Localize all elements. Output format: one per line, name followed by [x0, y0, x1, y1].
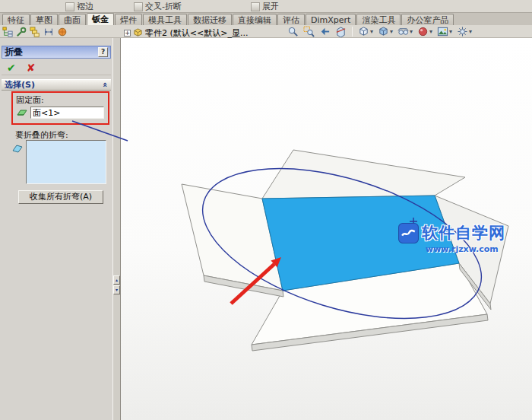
cancel-button[interactable]: ✘	[27, 62, 36, 74]
toolbar-strip-partial: 褶边 交叉-折断 展开	[0, 0, 532, 13]
panel-splitter[interactable]: ▴ ▾	[112, 38, 121, 420]
zoom-area-button[interactable]	[302, 25, 316, 38]
tab-surfaces[interactable]: 曲面	[59, 14, 86, 25]
view-settings-icon	[457, 26, 468, 37]
collect-all-bends-button[interactable]: 收集所有折弯(A)	[18, 190, 103, 204]
cross-break-button[interactable]: 交叉-折断	[134, 1, 182, 12]
hide-show-items-button[interactable]: ▾	[396, 25, 414, 38]
heads-up-view-toolbar: ▾ ▾ ▾ ▾ ▾ ▾	[286, 24, 473, 38]
watermark: 软件自学网 www.rjzxw.com	[398, 222, 531, 254]
watermark-title: 软件自学网	[422, 222, 505, 243]
dropdown-caret-icon[interactable]: ▾	[390, 28, 393, 35]
face-select-icon	[16, 107, 28, 119]
dimxpertmanager-icon	[43, 27, 54, 37]
bends-to-fold-label: 要折叠的折弯:	[15, 129, 68, 141]
left-panel-tabs	[2, 25, 68, 38]
featuremanager-tree-tab[interactable]	[2, 26, 14, 38]
fixed-face-input[interactable]	[30, 107, 104, 119]
fixed-face-label: 固定面:	[16, 94, 108, 106]
previous-view-button[interactable]	[318, 25, 332, 38]
bends-listbox[interactable]	[26, 140, 106, 184]
hem-label: 褶边	[77, 1, 93, 12]
part-icon	[133, 28, 143, 38]
zoom-fit-icon	[287, 26, 299, 37]
display-style-button[interactable]: ▾	[376, 25, 394, 38]
apply-scene-button[interactable]: ▾	[435, 25, 454, 38]
fixed-face-highlight-box: 固定面:	[11, 91, 109, 125]
propertymanager-actions: ✔ ✘	[2, 60, 111, 75]
zoom-area-icon	[303, 26, 315, 37]
dropdown-caret-icon[interactable]: ▾	[410, 28, 413, 35]
tab-weldments[interactable]: 焊件	[115, 14, 142, 25]
view-orientation-icon	[358, 26, 369, 37]
tab-sheet-metal[interactable]: 钣金	[87, 13, 114, 25]
edit-appearance-icon	[417, 26, 429, 37]
zoom-fit-button[interactable]	[286, 25, 300, 38]
unfold-icon	[251, 2, 260, 11]
display-style-icon	[378, 26, 389, 37]
previous-view-icon	[319, 26, 331, 37]
splitter-down-button[interactable]: ▾	[113, 285, 120, 294]
solidworks-window: 褶边 交叉-折断 展开 特征 草图 曲面 钣金 焊件 模具工具 数据迁移 直接编…	[0, 0, 532, 420]
selection-section-label: 选择(S)	[5, 79, 35, 91]
toolbar-separator	[352, 27, 353, 37]
tab-data-migration[interactable]: 数据迁移	[188, 14, 232, 25]
view-orientation-button[interactable]: ▾	[356, 25, 375, 38]
propertymanager-title: 折叠	[5, 46, 23, 59]
dropdown-caret-icon[interactable]: ▾	[370, 28, 373, 35]
watermark-row: 软件自学网	[398, 222, 531, 243]
tree-expand-icon[interactable]: +	[124, 30, 131, 37]
hem-icon	[65, 2, 74, 11]
configurationmanager-icon	[30, 27, 40, 37]
dropdown-caret-icon[interactable]: ▾	[469, 28, 472, 35]
displaymanager-tab[interactable]	[56, 26, 68, 38]
propertymanager-header: 折叠 ?	[2, 46, 111, 59]
unfold-button[interactable]: 展开	[251, 1, 279, 12]
dimxpertmanager-tab[interactable]	[43, 26, 55, 38]
help-button[interactable]: ?	[98, 47, 108, 57]
tab-sketch[interactable]: 草图	[30, 14, 58, 25]
propertymanager-panel: 折叠 ? ✔ ✘ 选择(S) « 固定面: 要折叠的折弯: 收集所有折弯(A)	[0, 38, 112, 420]
collapse-section-icon[interactable]: «	[100, 82, 110, 88]
fixed-face-row	[16, 107, 108, 119]
tab-office-products[interactable]: 办公室产品	[401, 14, 454, 25]
section-view-button[interactable]	[334, 25, 348, 38]
bend-list-icon	[11, 142, 24, 154]
tab-mold-tools[interactable]: 模具工具	[143, 14, 187, 25]
cross-break-label: 交叉-折断	[145, 1, 182, 12]
configurationmanager-tab[interactable]	[29, 26, 41, 38]
feature-tree-root[interactable]: + 零件2 (默认<<默认>_显...	[124, 27, 248, 38]
propertymanager-icon	[16, 27, 27, 37]
ok-button[interactable]: ✔	[7, 62, 16, 74]
dropdown-caret-icon[interactable]: ▾	[449, 28, 452, 35]
commandmanager-tab-bar: 特征 草图 曲面 钣金 焊件 模具工具 数据迁移 直接编辑 评估 DimXper…	[0, 13, 532, 25]
displaymanager-icon	[57, 27, 68, 37]
dropdown-caret-icon[interactable]: ▾	[429, 28, 432, 35]
featuremanager-tree-icon	[2, 27, 13, 37]
section-view-icon	[335, 26, 347, 37]
tab-direct-editing[interactable]: 直接编辑	[233, 14, 277, 25]
hide-show-items-icon	[397, 26, 409, 37]
edit-appearance-button[interactable]: ▾	[416, 25, 434, 38]
unfold-label: 展开	[262, 1, 279, 12]
watermark-url: www.rjzxw.com	[426, 244, 531, 254]
apply-scene-icon	[437, 26, 448, 37]
tab-features[interactable]: 特征	[2, 14, 30, 25]
propertymanager-tab[interactable]	[15, 26, 27, 38]
cross-break-icon	[134, 2, 143, 11]
splitter-up-button[interactable]: ▴	[113, 275, 120, 285]
tab-dimxpert[interactable]: DimXpert	[306, 14, 356, 25]
selection-section-header[interactable]: 选择(S) «	[2, 79, 111, 91]
hem-button[interactable]: 褶边	[65, 1, 93, 12]
tab-render-tools[interactable]: 渲染工具	[356, 14, 401, 25]
tab-evaluate[interactable]: 评估	[277, 14, 305, 25]
part-tree-label: 零件2 (默认<<默认>_显...	[145, 27, 248, 39]
watermark-logo-icon	[398, 223, 419, 243]
view-settings-button[interactable]: ▾	[455, 25, 473, 38]
